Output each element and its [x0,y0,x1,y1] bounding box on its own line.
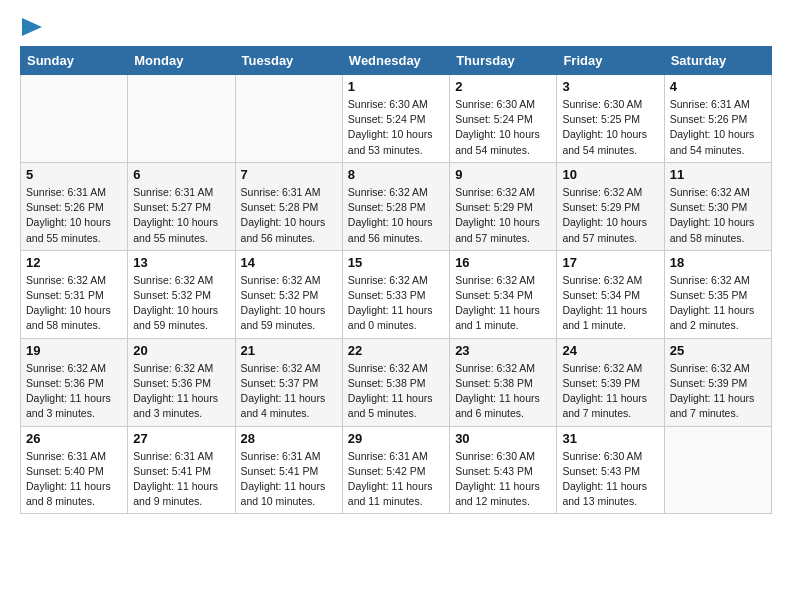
calendar-cell: 10Sunrise: 6:32 AM Sunset: 5:29 PM Dayli… [557,162,664,250]
calendar-cell: 13Sunrise: 6:32 AM Sunset: 5:32 PM Dayli… [128,250,235,338]
calendar-cell: 22Sunrise: 6:32 AM Sunset: 5:38 PM Dayli… [342,338,449,426]
col-header-tuesday: Tuesday [235,47,342,75]
day-info: Sunrise: 6:31 AM Sunset: 5:27 PM Dayligh… [133,185,229,246]
day-info: Sunrise: 6:31 AM Sunset: 5:41 PM Dayligh… [133,449,229,510]
day-info: Sunrise: 6:32 AM Sunset: 5:39 PM Dayligh… [562,361,658,422]
calendar-cell: 3Sunrise: 6:30 AM Sunset: 5:25 PM Daylig… [557,75,664,163]
day-info: Sunrise: 6:32 AM Sunset: 5:31 PM Dayligh… [26,273,122,334]
calendar-cell: 6Sunrise: 6:31 AM Sunset: 5:27 PM Daylig… [128,162,235,250]
day-info: Sunrise: 6:30 AM Sunset: 5:24 PM Dayligh… [455,97,551,158]
day-info: Sunrise: 6:30 AM Sunset: 5:24 PM Dayligh… [348,97,444,158]
calendar-cell: 14Sunrise: 6:32 AM Sunset: 5:32 PM Dayli… [235,250,342,338]
day-info: Sunrise: 6:32 AM Sunset: 5:38 PM Dayligh… [455,361,551,422]
day-info: Sunrise: 6:32 AM Sunset: 5:34 PM Dayligh… [562,273,658,334]
day-number: 30 [455,431,551,446]
week-row-4: 19Sunrise: 6:32 AM Sunset: 5:36 PM Dayli… [21,338,772,426]
calendar-cell: 4Sunrise: 6:31 AM Sunset: 5:26 PM Daylig… [664,75,771,163]
calendar-cell: 8Sunrise: 6:32 AM Sunset: 5:28 PM Daylig… [342,162,449,250]
calendar-cell: 5Sunrise: 6:31 AM Sunset: 5:26 PM Daylig… [21,162,128,250]
day-info: Sunrise: 6:32 AM Sunset: 5:29 PM Dayligh… [455,185,551,246]
calendar-cell: 20Sunrise: 6:32 AM Sunset: 5:36 PM Dayli… [128,338,235,426]
week-row-1: 1Sunrise: 6:30 AM Sunset: 5:24 PM Daylig… [21,75,772,163]
day-info: Sunrise: 6:31 AM Sunset: 5:42 PM Dayligh… [348,449,444,510]
calendar-cell: 7Sunrise: 6:31 AM Sunset: 5:28 PM Daylig… [235,162,342,250]
day-info: Sunrise: 6:31 AM Sunset: 5:26 PM Dayligh… [670,97,766,158]
day-number: 18 [670,255,766,270]
logo [20,20,42,36]
calendar-cell: 11Sunrise: 6:32 AM Sunset: 5:30 PM Dayli… [664,162,771,250]
day-info: Sunrise: 6:31 AM Sunset: 5:41 PM Dayligh… [241,449,337,510]
day-number: 21 [241,343,337,358]
calendar-cell: 25Sunrise: 6:32 AM Sunset: 5:39 PM Dayli… [664,338,771,426]
col-header-thursday: Thursday [450,47,557,75]
day-number: 29 [348,431,444,446]
calendar-cell: 15Sunrise: 6:32 AM Sunset: 5:33 PM Dayli… [342,250,449,338]
day-number: 15 [348,255,444,270]
day-number: 22 [348,343,444,358]
day-info: Sunrise: 6:31 AM Sunset: 5:28 PM Dayligh… [241,185,337,246]
day-info: Sunrise: 6:30 AM Sunset: 5:25 PM Dayligh… [562,97,658,158]
svg-marker-0 [22,18,42,36]
day-number: 27 [133,431,229,446]
day-info: Sunrise: 6:32 AM Sunset: 5:32 PM Dayligh… [133,273,229,334]
day-number: 8 [348,167,444,182]
day-info: Sunrise: 6:32 AM Sunset: 5:37 PM Dayligh… [241,361,337,422]
day-info: Sunrise: 6:31 AM Sunset: 5:40 PM Dayligh… [26,449,122,510]
day-info: Sunrise: 6:32 AM Sunset: 5:32 PM Dayligh… [241,273,337,334]
calendar-cell [664,426,771,514]
day-info: Sunrise: 6:32 AM Sunset: 5:36 PM Dayligh… [26,361,122,422]
day-info: Sunrise: 6:32 AM Sunset: 5:30 PM Dayligh… [670,185,766,246]
calendar-cell [21,75,128,163]
day-number: 4 [670,79,766,94]
calendar-cell: 21Sunrise: 6:32 AM Sunset: 5:37 PM Dayli… [235,338,342,426]
col-header-saturday: Saturday [664,47,771,75]
col-header-sunday: Sunday [21,47,128,75]
day-info: Sunrise: 6:31 AM Sunset: 5:26 PM Dayligh… [26,185,122,246]
day-number: 3 [562,79,658,94]
week-row-2: 5Sunrise: 6:31 AM Sunset: 5:26 PM Daylig… [21,162,772,250]
calendar-cell [235,75,342,163]
calendar-cell: 23Sunrise: 6:32 AM Sunset: 5:38 PM Dayli… [450,338,557,426]
day-number: 7 [241,167,337,182]
day-info: Sunrise: 6:32 AM Sunset: 5:33 PM Dayligh… [348,273,444,334]
week-row-3: 12Sunrise: 6:32 AM Sunset: 5:31 PM Dayli… [21,250,772,338]
day-info: Sunrise: 6:32 AM Sunset: 5:38 PM Dayligh… [348,361,444,422]
day-number: 16 [455,255,551,270]
day-info: Sunrise: 6:32 AM Sunset: 5:39 PM Dayligh… [670,361,766,422]
header-row: SundayMondayTuesdayWednesdayThursdayFrid… [21,47,772,75]
calendar-cell: 9Sunrise: 6:32 AM Sunset: 5:29 PM Daylig… [450,162,557,250]
day-number: 31 [562,431,658,446]
day-number: 5 [26,167,122,182]
calendar-cell: 24Sunrise: 6:32 AM Sunset: 5:39 PM Dayli… [557,338,664,426]
calendar-cell: 16Sunrise: 6:32 AM Sunset: 5:34 PM Dayli… [450,250,557,338]
day-number: 2 [455,79,551,94]
calendar-table: SundayMondayTuesdayWednesdayThursdayFrid… [20,46,772,514]
calendar-cell: 30Sunrise: 6:30 AM Sunset: 5:43 PM Dayli… [450,426,557,514]
day-number: 12 [26,255,122,270]
day-number: 9 [455,167,551,182]
calendar-cell [128,75,235,163]
col-header-wednesday: Wednesday [342,47,449,75]
calendar-cell: 1Sunrise: 6:30 AM Sunset: 5:24 PM Daylig… [342,75,449,163]
calendar-cell: 2Sunrise: 6:30 AM Sunset: 5:24 PM Daylig… [450,75,557,163]
day-number: 1 [348,79,444,94]
calendar-cell: 27Sunrise: 6:31 AM Sunset: 5:41 PM Dayli… [128,426,235,514]
calendar-cell: 12Sunrise: 6:32 AM Sunset: 5:31 PM Dayli… [21,250,128,338]
day-info: Sunrise: 6:32 AM Sunset: 5:28 PM Dayligh… [348,185,444,246]
calendar-cell: 29Sunrise: 6:31 AM Sunset: 5:42 PM Dayli… [342,426,449,514]
day-number: 13 [133,255,229,270]
calendar-cell: 18Sunrise: 6:32 AM Sunset: 5:35 PM Dayli… [664,250,771,338]
day-number: 6 [133,167,229,182]
day-info: Sunrise: 6:32 AM Sunset: 5:34 PM Dayligh… [455,273,551,334]
calendar-cell: 17Sunrise: 6:32 AM Sunset: 5:34 PM Dayli… [557,250,664,338]
day-info: Sunrise: 6:32 AM Sunset: 5:36 PM Dayligh… [133,361,229,422]
calendar-cell: 31Sunrise: 6:30 AM Sunset: 5:43 PM Dayli… [557,426,664,514]
col-header-friday: Friday [557,47,664,75]
day-info: Sunrise: 6:30 AM Sunset: 5:43 PM Dayligh… [562,449,658,510]
col-header-monday: Monday [128,47,235,75]
calendar-cell: 19Sunrise: 6:32 AM Sunset: 5:36 PM Dayli… [21,338,128,426]
day-number: 28 [241,431,337,446]
calendar-cell: 28Sunrise: 6:31 AM Sunset: 5:41 PM Dayli… [235,426,342,514]
day-number: 10 [562,167,658,182]
page-header [20,20,772,36]
